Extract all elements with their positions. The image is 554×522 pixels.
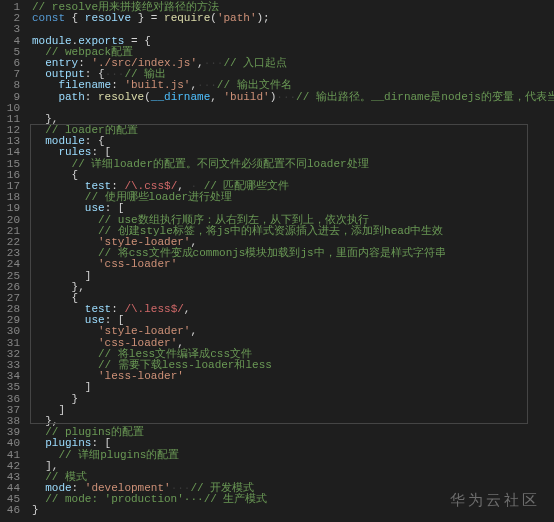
token: [32, 191, 85, 203]
token: : [: [91, 437, 111, 449]
token: [32, 202, 85, 214]
token: // 输出路径。__dirname是nodejs的变量，代表当前文件的目录绝对路…: [296, 91, 554, 103]
token: [32, 493, 45, 505]
code-area[interactable]: // resolve用来拼接绝对路径的方法const { resolve } =…: [28, 0, 554, 522]
token: ],: [32, 460, 58, 472]
token: ,: [184, 303, 191, 315]
token: [32, 348, 98, 360]
code-line[interactable]: ]: [32, 382, 554, 393]
line-number: 40: [4, 438, 20, 449]
token: // 创建style标签，将js中的样式资源插入进去，添加到head中生效: [98, 225, 443, 237]
token: // 将less文件编译成css文件: [98, 348, 252, 360]
code-line[interactable]: ]: [32, 271, 554, 282]
token: // 详细loader的配置。不同文件必须配置不同loader处理: [72, 158, 369, 170]
token: [32, 225, 98, 237]
token: const: [32, 12, 65, 24]
line-number-gutter: 1234567891011121314151617181920212223242…: [0, 0, 28, 522]
token: ]: [32, 404, 65, 416]
token: ]: [32, 270, 91, 282]
token: [32, 158, 72, 170]
token: 'path': [217, 12, 257, 24]
line-number: 30: [4, 326, 20, 337]
code-line[interactable]: ]: [32, 405, 554, 416]
token: path: [58, 91, 84, 103]
code-line[interactable]: }: [32, 394, 554, 405]
token: [32, 214, 98, 226]
token: // resolve用来拼接绝对路径的方法: [32, 1, 219, 13]
token: module: [32, 35, 72, 47]
code-line[interactable]: },: [32, 282, 554, 293]
token: }: [32, 504, 39, 516]
token: : {: [85, 135, 105, 147]
token: [32, 426, 45, 438]
token: [32, 135, 45, 147]
token: 'style-loader': [98, 325, 190, 337]
token: ,: [190, 325, 197, 337]
token: ···: [204, 57, 224, 69]
token: module: [45, 135, 85, 147]
token: // 输出文件名: [217, 79, 292, 91]
token: [32, 124, 45, 136]
token: resolve: [85, 12, 131, 24]
line-number: 14: [4, 147, 20, 158]
code-line[interactable]: // 详细loader的配置。不同文件必须配置不同loader处理: [32, 159, 554, 170]
token: test: [85, 303, 111, 315]
token: [32, 370, 98, 382]
code-line[interactable]: // loader的配置: [32, 125, 554, 136]
token: // 使用哪些loader进行处理: [85, 191, 232, 203]
token: :: [85, 91, 98, 103]
token: ,: [197, 57, 204, 69]
token: ···: [276, 91, 296, 103]
token: resolve: [98, 91, 144, 103]
token: : [: [105, 202, 125, 214]
token: [32, 91, 58, 103]
line-number: 46: [4, 505, 20, 516]
token: plugins: [45, 437, 91, 449]
line-number: 41: [4, 450, 20, 461]
token: // loader的配置: [45, 124, 137, 136]
code-editor[interactable]: 1234567891011121314151617181920212223242…: [0, 0, 554, 522]
token: : [: [105, 314, 125, 326]
line-number: 8: [4, 80, 20, 91]
line-number: 19: [4, 203, 20, 214]
token: [32, 258, 98, 270]
token: // plugins的配置: [45, 426, 144, 438]
token: } =: [131, 12, 164, 24]
code-line[interactable]: path: resolve(__dirname, 'build')···// 输…: [32, 92, 554, 103]
token: [32, 314, 85, 326]
token: /\.less$/: [124, 303, 183, 315]
token: },: [32, 281, 85, 293]
token: use: [85, 202, 105, 214]
code-line[interactable]: }: [32, 505, 554, 516]
token: );: [257, 12, 270, 24]
code-line[interactable]: const { resolve } = require('path');: [32, 13, 554, 24]
code-line[interactable]: // mode: 'production'···// 生产模式: [32, 494, 554, 505]
token: : [: [91, 146, 111, 158]
token: // 入口起点: [223, 57, 287, 69]
token: // 需要下载less-loader和less: [98, 359, 272, 371]
token: },: [32, 415, 58, 427]
token: ···: [197, 79, 217, 91]
token: [32, 303, 85, 315]
code-line[interactable]: // 详细plugins的配置: [32, 450, 554, 461]
token: 'built.js': [124, 79, 190, 91]
token: = {: [124, 35, 150, 47]
token: // use数组执行顺序：从右到左，从下到上，依次执行: [98, 214, 369, 226]
token: __dirname: [151, 91, 210, 103]
token: filename: [58, 79, 111, 91]
token: [32, 325, 98, 337]
code-line[interactable]: [32, 103, 554, 114]
token: 'build': [223, 91, 269, 103]
token: 'less-loader': [98, 370, 184, 382]
token: [32, 337, 98, 349]
token: ,: [210, 91, 223, 103]
line-number: 3: [4, 24, 20, 35]
code-line[interactable]: ],: [32, 461, 554, 472]
token: (: [210, 12, 217, 24]
token: ]: [32, 381, 91, 393]
token: [32, 449, 58, 461]
token: [32, 437, 45, 449]
code-line[interactable]: 'css-loader': [32, 259, 554, 270]
token: require: [164, 12, 210, 24]
code-line[interactable]: 'less-loader': [32, 371, 554, 382]
